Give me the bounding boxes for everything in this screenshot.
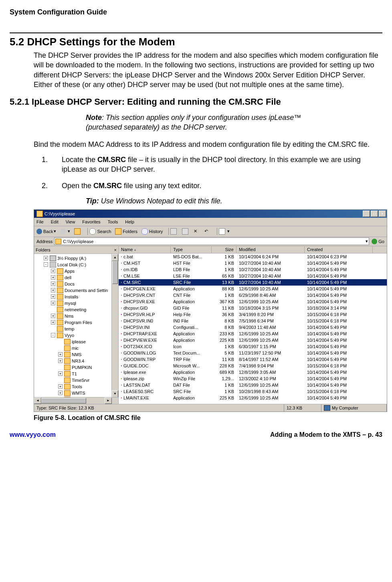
address-field[interactable]: C:\Vyyo\iplease ▾ [54, 237, 369, 245]
expand-toggle[interactable]: + [58, 359, 63, 363]
file-row[interactable]: CM.LSELSE File65 KB10/27/2004 10:40 AM10… [119, 273, 387, 279]
column-created[interactable]: Created [305, 246, 373, 253]
expand-toggle[interactable]: + [58, 391, 63, 395]
history-button[interactable]: History [141, 228, 163, 235]
copyto-button[interactable] [182, 228, 190, 235]
tree-node[interactable]: temp [34, 326, 118, 332]
forward-button[interactable]: ▾ [60, 229, 70, 234]
tree-node[interactable]: TimeSrvr [34, 377, 118, 383]
file-row[interactable]: DHCPSVr.INIConfigurati...8 KB9/4/2003 11… [119, 324, 387, 331]
tree-node[interactable]: +Documents and Settin [34, 287, 118, 294]
expand-toggle[interactable]: - [44, 262, 48, 267]
menu-tools[interactable]: Tools [108, 219, 118, 224]
tree-node[interactable]: +T1 [34, 371, 118, 377]
scroll-thumb-h[interactable] [41, 398, 86, 404]
undo-button[interactable]: ↶ [204, 229, 211, 234]
tree-node[interactable]: +3½ Floppy (A:) [34, 255, 118, 262]
file-row[interactable]: CM.SRCSRC File13 KB10/27/2004 10:40 AM10… [119, 279, 387, 286]
expand-toggle[interactable]: + [51, 269, 55, 273]
column-size[interactable]: Size [212, 246, 236, 253]
file-row[interactable]: DHCPSVR.EXEApplication367 KB12/6/1999 10… [119, 298, 387, 305]
file-row[interactable]: c.batMS-DOS Bat...1 KB10/14/2004 6:24 PM… [119, 253, 387, 260]
folder-tree[interactable]: +3½ Floppy (A:)-Local Disk (C:)+Apps+del… [34, 254, 118, 404]
expand-toggle[interactable]: + [58, 371, 63, 376]
title-bar[interactable]: C:\Vyyo\iplease _ □ × [34, 210, 387, 218]
tree-node[interactable]: +Docs [34, 281, 118, 287]
column-type[interactable]: Type [171, 246, 212, 253]
tree-hscrollbar[interactable]: ◄ ► [34, 397, 118, 404]
close-button[interactable]: × [379, 211, 386, 217]
maximize-button[interactable]: □ [371, 211, 378, 217]
file-row[interactable]: DHCPSVR.CNTCNT File1 KB6/29/1998 8:46 AM… [119, 292, 387, 298]
tree-node[interactable]: +Nms [34, 313, 118, 319]
expand-toggle[interactable]: + [51, 314, 55, 318]
expand-toggle[interactable]: - [51, 333, 55, 337]
tree-node[interactable]: +WMTS [34, 390, 118, 396]
scroll-left-button[interactable]: ◄ [34, 397, 41, 404]
expand-toggle[interactable]: + [58, 352, 63, 357]
menu-file[interactable]: File [36, 219, 44, 224]
expand-toggle[interactable]: + [51, 301, 55, 305]
footer-url[interactable]: www.vyyo.com [10, 431, 56, 438]
search-button[interactable]: Search [89, 228, 111, 235]
menu-view[interactable]: View [66, 219, 75, 224]
file-row[interactable]: Iplease.exeApplication689 KB12/8/1999 3:… [119, 369, 387, 375]
file-row[interactable]: DHCPTRAP.EXEApplication233 KB12/6/1999 1… [119, 331, 387, 337]
tree-node[interactable]: +Program Files [34, 319, 118, 326]
file-row[interactable]: cm.lDBLDB File1 KB10/27/2004 10:40 AM10/… [119, 266, 387, 273]
expand-toggle[interactable]: + [44, 256, 48, 260]
file-row[interactable]: GOODWIN.TRPTRP File11 KB8/14/1997 11:52 … [119, 356, 387, 363]
minimize-button[interactable]: _ [363, 211, 370, 217]
scroll-down-button[interactable]: ▼ [112, 390, 118, 397]
tree-node[interactable]: +NR3.4 [34, 358, 118, 364]
tree-node[interactable]: +dell [34, 274, 118, 281]
expand-toggle[interactable]: + [51, 288, 55, 292]
menu-favorites[interactable]: Favorites [82, 219, 100, 224]
menu-help[interactable]: Help [125, 219, 134, 224]
file-row[interactable]: LEASES0.SRCSRC File1 KB10/28/1998 8:43 A… [119, 388, 387, 395]
go-button[interactable]: Go [372, 239, 384, 244]
scroll-thumb[interactable] [112, 261, 118, 284]
file-row[interactable]: LMAINT.EXEApplication225 KB12/6/1999 10:… [119, 395, 387, 401]
tree-node[interactable]: netmeeting [34, 306, 118, 313]
tree-node[interactable]: mic [34, 345, 118, 351]
tree-node[interactable]: +Tools [34, 383, 118, 390]
tree-node[interactable]: +NMS [34, 351, 118, 358]
back-button[interactable]: Back▾ [36, 229, 56, 234]
file-row[interactable]: iplease.zipWinZip File1,29...12/3/2002 4… [119, 375, 387, 382]
file-row[interactable]: DHCPVIEW.EXEApplication225 KB12/6/1999 1… [119, 337, 387, 343]
tree-node[interactable]: PUMPKIN [34, 364, 118, 371]
file-row[interactable]: DHCPSVR.IN0IN0 File8 KB7/5/1998 6:34 PM1… [119, 318, 387, 324]
tree-node[interactable]: +Installs [34, 294, 118, 300]
tree-node[interactable]: -Local Disk (C:) [34, 262, 118, 268]
expand-toggle[interactable]: + [58, 384, 63, 389]
delete-button[interactable]: ✕ [194, 229, 200, 234]
file-row[interactable]: CM.HSTHST File1 KB10/27/2004 10:40 AM10/… [119, 260, 387, 266]
file-row[interactable]: DHCPGEN.EXEApplication88 KB12/6/1999 10:… [119, 286, 387, 292]
expand-toggle[interactable]: + [51, 282, 55, 286]
close-pane-button[interactable]: × [114, 247, 117, 252]
file-row[interactable]: DOT234X.ICOIcon1 KB6/30/1997 1:15 PM10/1… [119, 343, 387, 350]
file-row[interactable]: GOODWIN.LOGText Docum...5 KB11/23/1997 1… [119, 350, 387, 356]
tree-node[interactable]: +mysql [34, 300, 118, 306]
up-button[interactable] [74, 228, 82, 235]
expand-toggle[interactable]: + [51, 275, 55, 280]
tree-vscrollbar[interactable]: ▲ ▼ [111, 254, 118, 397]
expand-toggle[interactable]: + [51, 320, 55, 324]
tree-node[interactable]: -Vyyo [34, 332, 118, 339]
folders-button[interactable]: Folders [115, 228, 137, 235]
expand-toggle[interactable]: + [51, 294, 55, 299]
file-list[interactable]: c.batMS-DOS Bat...1 KB10/14/2004 6:24 PM… [119, 253, 387, 404]
views-button[interactable]: ▾ [219, 228, 230, 235]
file-row[interactable]: dhcpsvr.GIDGID File11 KB10/18/2004 3:15 … [119, 305, 387, 311]
menu-edit[interactable]: Edit [51, 219, 59, 224]
file-row[interactable]: DHCPSVR.HLPHelp File36 KB3/4/1999 8:20 P… [119, 311, 387, 318]
file-row[interactable]: LASTSN.DATDAT File1 KB12/6/1999 10:25 AM… [119, 382, 387, 388]
file-row[interactable]: GUIDE.DOCMicrosoft W...228 KB7/4/1998 9:… [119, 363, 387, 369]
scroll-up-button[interactable]: ▲ [112, 254, 118, 261]
column-name[interactable]: Name▵ [119, 246, 171, 253]
tree-node[interactable]: iplease [34, 339, 118, 345]
moveto-button[interactable] [170, 228, 178, 235]
scroll-right-button[interactable]: ► [105, 397, 112, 404]
tree-node[interactable]: +Apps [34, 268, 118, 274]
